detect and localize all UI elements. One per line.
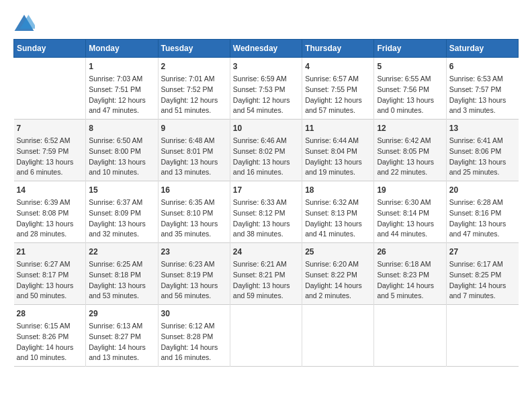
calendar-cell: 20Sunrise: 6:28 AMSunset: 8:16 PMDayligh… bbox=[446, 181, 518, 243]
calendar-cell: 12Sunrise: 6:42 AMSunset: 8:05 PMDayligh… bbox=[374, 120, 446, 181]
column-header-monday: Monday bbox=[86, 40, 158, 58]
column-header-wednesday: Wednesday bbox=[230, 40, 302, 58]
calendar-week-5: 28Sunrise: 6:15 AMSunset: 8:26 PMDayligh… bbox=[14, 305, 519, 367]
cell-info: Sunrise: 6:59 AMSunset: 7:53 PMDaylight:… bbox=[233, 74, 299, 116]
day-number: 26 bbox=[377, 246, 443, 258]
calendar-cell: 30Sunrise: 6:12 AMSunset: 8:28 PMDayligh… bbox=[158, 305, 230, 367]
cell-info: Sunrise: 6:39 AMSunset: 8:08 PMDaylight:… bbox=[17, 197, 83, 240]
cell-info: Sunrise: 6:28 AMSunset: 8:16 PMDaylight:… bbox=[449, 197, 516, 240]
day-number: 5 bbox=[377, 60, 443, 73]
cell-info: Sunrise: 6:17 AMSunset: 8:25 PMDaylight:… bbox=[449, 259, 516, 302]
cell-info: Sunrise: 6:33 AMSunset: 8:12 PMDaylight:… bbox=[233, 197, 299, 240]
cell-info: Sunrise: 6:44 AMSunset: 8:04 PMDaylight:… bbox=[305, 136, 371, 178]
cell-info: Sunrise: 7:01 AMSunset: 7:52 PMDaylight:… bbox=[161, 74, 227, 116]
calendar-cell: 6Sunrise: 6:53 AMSunset: 7:57 PMDaylight… bbox=[446, 58, 518, 120]
day-number: 15 bbox=[89, 184, 154, 196]
cell-info: Sunrise: 6:13 AMSunset: 8:27 PMDaylight:… bbox=[89, 321, 154, 363]
column-header-sunday: Sunday bbox=[14, 40, 86, 58]
calendar-cell: 28Sunrise: 6:15 AMSunset: 8:26 PMDayligh… bbox=[14, 305, 86, 367]
day-number: 11 bbox=[305, 122, 371, 134]
calendar-body: 1Sunrise: 7:03 AMSunset: 7:51 PMDaylight… bbox=[14, 58, 519, 367]
calendar-cell: 11Sunrise: 6:44 AMSunset: 8:04 PMDayligh… bbox=[302, 120, 374, 181]
calendar-cell: 16Sunrise: 6:35 AMSunset: 8:10 PMDayligh… bbox=[158, 181, 230, 243]
calendar-cell bbox=[302, 305, 374, 367]
day-number: 2 bbox=[161, 60, 227, 73]
cell-info: Sunrise: 6:57 AMSunset: 7:55 PMDaylight:… bbox=[305, 74, 371, 116]
day-number: 9 bbox=[161, 122, 227, 134]
day-number: 17 bbox=[233, 184, 299, 196]
cell-info: Sunrise: 6:30 AMSunset: 8:14 PMDaylight:… bbox=[377, 197, 443, 240]
column-header-friday: Friday bbox=[374, 40, 446, 58]
cell-info: Sunrise: 6:12 AMSunset: 8:28 PMDaylight:… bbox=[161, 321, 227, 363]
day-number: 28 bbox=[17, 308, 83, 320]
day-number: 16 bbox=[161, 184, 227, 196]
day-number: 30 bbox=[161, 308, 227, 320]
cell-info: Sunrise: 6:41 AMSunset: 8:06 PMDaylight:… bbox=[449, 136, 516, 178]
day-number: 21 bbox=[17, 246, 83, 258]
calendar-cell: 5Sunrise: 6:55 AMSunset: 7:56 PMDaylight… bbox=[374, 58, 446, 120]
day-number: 20 bbox=[449, 184, 516, 196]
calendar-cell: 4Sunrise: 6:57 AMSunset: 7:55 PMDaylight… bbox=[302, 58, 374, 120]
logo-icon bbox=[13, 13, 35, 32]
header-row: SundayMondayTuesdayWednesdayThursdayFrid… bbox=[14, 40, 519, 58]
day-number: 7 bbox=[17, 122, 83, 134]
calendar-cell: 7Sunrise: 6:52 AMSunset: 7:59 PMDaylight… bbox=[14, 120, 86, 181]
day-number: 4 bbox=[305, 60, 371, 73]
day-number: 3 bbox=[233, 60, 299, 73]
calendar-cell: 25Sunrise: 6:20 AMSunset: 8:22 PMDayligh… bbox=[302, 243, 374, 305]
day-number: 8 bbox=[89, 122, 154, 134]
calendar-cell bbox=[446, 305, 518, 367]
day-number: 22 bbox=[89, 246, 154, 258]
day-number: 6 bbox=[449, 60, 516, 73]
calendar-cell: 24Sunrise: 6:21 AMSunset: 8:21 PMDayligh… bbox=[230, 243, 302, 305]
calendar-cell: 21Sunrise: 6:27 AMSunset: 8:17 PMDayligh… bbox=[14, 243, 86, 305]
cell-info: Sunrise: 6:53 AMSunset: 7:57 PMDaylight:… bbox=[449, 74, 516, 116]
column-header-saturday: Saturday bbox=[446, 40, 518, 58]
cell-info: Sunrise: 6:21 AMSunset: 8:21 PMDaylight:… bbox=[233, 259, 299, 302]
day-number: 1 bbox=[89, 60, 154, 73]
day-number: 10 bbox=[233, 122, 299, 134]
calendar-cell: 29Sunrise: 6:13 AMSunset: 8:27 PMDayligh… bbox=[86, 305, 158, 367]
header bbox=[13, 13, 519, 32]
day-number: 14 bbox=[17, 184, 83, 196]
cell-info: Sunrise: 6:48 AMSunset: 8:01 PMDaylight:… bbox=[161, 136, 227, 178]
day-number: 13 bbox=[449, 122, 516, 134]
calendar-cell: 15Sunrise: 6:37 AMSunset: 8:09 PMDayligh… bbox=[86, 181, 158, 243]
calendar-cell: 3Sunrise: 6:59 AMSunset: 7:53 PMDaylight… bbox=[230, 58, 302, 120]
calendar-cell: 14Sunrise: 6:39 AMSunset: 8:08 PMDayligh… bbox=[14, 181, 86, 243]
cell-info: Sunrise: 6:46 AMSunset: 8:02 PMDaylight:… bbox=[233, 136, 299, 178]
cell-info: Sunrise: 6:35 AMSunset: 8:10 PMDaylight:… bbox=[161, 197, 227, 240]
day-number: 23 bbox=[161, 246, 227, 258]
day-number: 19 bbox=[377, 184, 443, 196]
calendar-header: SundayMondayTuesdayWednesdayThursdayFrid… bbox=[14, 40, 519, 58]
column-header-tuesday: Tuesday bbox=[158, 40, 230, 58]
column-header-thursday: Thursday bbox=[302, 40, 374, 58]
calendar-cell: 18Sunrise: 6:32 AMSunset: 8:13 PMDayligh… bbox=[302, 181, 374, 243]
calendar-week-2: 7Sunrise: 6:52 AMSunset: 7:59 PMDaylight… bbox=[14, 120, 519, 181]
day-number: 18 bbox=[305, 184, 371, 196]
calendar-cell: 10Sunrise: 6:46 AMSunset: 8:02 PMDayligh… bbox=[230, 120, 302, 181]
cell-info: Sunrise: 7:03 AMSunset: 7:51 PMDaylight:… bbox=[89, 74, 154, 116]
cell-info: Sunrise: 6:50 AMSunset: 8:00 PMDaylight:… bbox=[89, 136, 154, 178]
day-number: 29 bbox=[89, 308, 154, 320]
calendar-cell: 27Sunrise: 6:17 AMSunset: 8:25 PMDayligh… bbox=[446, 243, 518, 305]
cell-info: Sunrise: 6:15 AMSunset: 8:26 PMDaylight:… bbox=[17, 321, 83, 363]
cell-info: Sunrise: 6:52 AMSunset: 7:59 PMDaylight:… bbox=[17, 136, 83, 178]
calendar-cell: 1Sunrise: 7:03 AMSunset: 7:51 PMDaylight… bbox=[86, 58, 158, 120]
cell-info: Sunrise: 6:37 AMSunset: 8:09 PMDaylight:… bbox=[89, 197, 154, 240]
day-number: 25 bbox=[305, 246, 371, 258]
calendar-cell bbox=[374, 305, 446, 367]
calendar-cell: 8Sunrise: 6:50 AMSunset: 8:00 PMDaylight… bbox=[86, 120, 158, 181]
calendar-cell: 19Sunrise: 6:30 AMSunset: 8:14 PMDayligh… bbox=[374, 181, 446, 243]
cell-info: Sunrise: 6:25 AMSunset: 8:18 PMDaylight:… bbox=[89, 259, 154, 302]
logo bbox=[13, 13, 38, 32]
calendar-cell bbox=[230, 305, 302, 367]
calendar-cell: 2Sunrise: 7:01 AMSunset: 7:52 PMDaylight… bbox=[158, 58, 230, 120]
calendar-week-3: 14Sunrise: 6:39 AMSunset: 8:08 PMDayligh… bbox=[14, 181, 519, 243]
calendar-cell: 26Sunrise: 6:18 AMSunset: 8:23 PMDayligh… bbox=[374, 243, 446, 305]
cell-info: Sunrise: 6:27 AMSunset: 8:17 PMDaylight:… bbox=[17, 259, 83, 302]
calendar-cell bbox=[14, 58, 86, 120]
calendar-cell: 17Sunrise: 6:33 AMSunset: 8:12 PMDayligh… bbox=[230, 181, 302, 243]
calendar-cell: 13Sunrise: 6:41 AMSunset: 8:06 PMDayligh… bbox=[446, 120, 518, 181]
cell-info: Sunrise: 6:32 AMSunset: 8:13 PMDaylight:… bbox=[305, 197, 371, 240]
